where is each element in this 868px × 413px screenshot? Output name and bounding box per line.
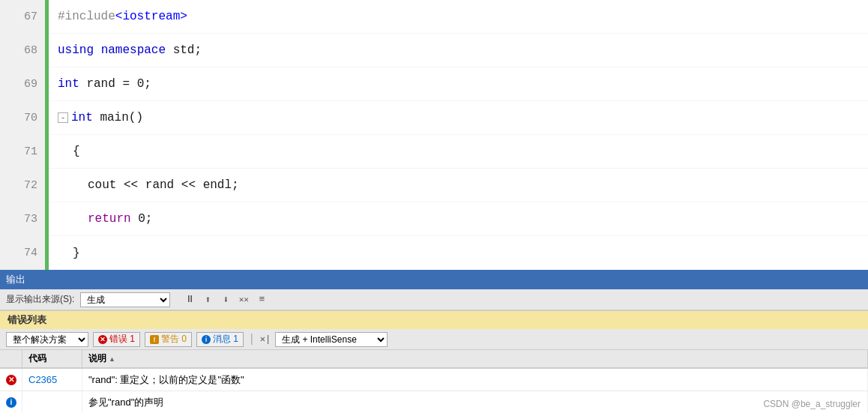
- code-int1: int: [58, 77, 79, 91]
- error-badge-label: 错误 1: [109, 333, 135, 346]
- th-code[interactable]: 代码: [22, 350, 82, 367]
- code-open-brace: {: [58, 145, 80, 158]
- show-output-label: 显示输出来源(S):: [6, 293, 74, 306]
- table-row[interactable]: i 参见"rand"的声明: [0, 391, 868, 413]
- output-header: 输出: [0, 270, 868, 289]
- error-badge[interactable]: ✕ 错误 1: [93, 332, 140, 347]
- table-row[interactable]: ✕ C2365 "rand": 重定义；以前的定义是"函数": [0, 369, 868, 391]
- scope-select[interactable]: 整个解决方案: [6, 332, 88, 347]
- line-num-74: 74: [0, 236, 45, 270]
- clear-icon[interactable]: ✕✕: [236, 292, 251, 307]
- code-using: using: [58, 43, 94, 57]
- error-list-title: 错误列表: [7, 313, 46, 327]
- code-main: main(): [93, 111, 143, 124]
- code-content: #include<iostream> using namespace std; …: [49, 0, 868, 270]
- line-num-67: 67: [0, 0, 45, 34]
- code-space2: [166, 43, 173, 57]
- output-title: 输出: [6, 273, 25, 286]
- sort-asc-icon: ▲: [109, 355, 115, 363]
- error-table: 代码 说明 ▲ ✕ C2365 "rand": 重定义；以前的定义是"函数": [0, 350, 868, 413]
- line-numbers: 67 68 69 70 71 72 73 74: [0, 0, 45, 270]
- code-include-hash: #include: [58, 10, 115, 23]
- csdn-watermark: CSDN @be_a_struggler: [763, 399, 861, 409]
- error-filter-bar: 整个解决方案 ✕ 错误 1 ! 警告 0 i 消息 1 | ✕| 生成 + In…: [0, 329, 868, 350]
- code-editor: 67 68 69 70 71 72 73 74 #include<iostrea…: [0, 0, 868, 270]
- code-cout: cout <<: [58, 178, 145, 192]
- code-close-brace: }: [58, 247, 80, 260]
- th-code-label: 代码: [28, 352, 46, 365]
- output-panel: 输出 显示输出来源(S): 生成 ⏸ ⬆ ⬇ ✕✕ ≡ 错误列表 整个解决方案 …: [0, 270, 868, 413]
- code-line-72: cout << rand << endl;: [49, 169, 868, 202]
- line-num-71: 71: [0, 135, 45, 169]
- code-namespace: namespace: [101, 43, 166, 57]
- line-num-72: 72: [0, 169, 45, 202]
- code-space1: [94, 43, 101, 57]
- info-desc-2: 参见"rand"的声明: [88, 396, 163, 409]
- table-header: 代码 说明 ▲: [0, 350, 868, 369]
- warning-badge-label: 警告 0: [161, 333, 187, 346]
- error-badge-icon: ✕: [98, 335, 107, 344]
- output-source-select[interactable]: 生成: [80, 292, 170, 307]
- output-toolbar: 显示输出来源(S): 生成 ⏸ ⬆ ⬇ ✕✕ ≡: [0, 289, 868, 310]
- pause-icon[interactable]: ⏸: [182, 292, 197, 307]
- code-zero: 0;: [131, 212, 153, 226]
- error-list-header: 错误列表: [0, 311, 868, 329]
- info-badge[interactable]: i 消息 1: [196, 332, 244, 347]
- th-icon: [0, 350, 22, 367]
- error-list-panel: 错误列表 整个解决方案 ✕ 错误 1 ! 警告 0 i 消息 1 | ✕| 生: [0, 310, 868, 413]
- line-num-73: 73: [0, 202, 45, 236]
- td-desc-2: 参见"rand"的声明: [82, 391, 868, 413]
- info-badge-icon: i: [202, 335, 211, 344]
- toolbar-icons: ⏸ ⬆ ⬇ ✕✕ ≡: [182, 292, 269, 307]
- filter-icon[interactable]: ✕|: [260, 334, 271, 345]
- error-code-1: C2365: [28, 374, 57, 385]
- collapse-icon-70[interactable]: -: [58, 112, 68, 123]
- error-icon-red: ✕: [6, 375, 16, 385]
- error-desc-1: "rand": 重定义；以前的定义是"函数": [88, 373, 244, 387]
- warning-badge[interactable]: ! 警告 0: [145, 332, 192, 347]
- info-badge-label: 消息 1: [213, 333, 238, 346]
- code-line-70: -int main(): [49, 101, 868, 135]
- info-icon-blue: i: [6, 397, 16, 408]
- code-std: std;: [173, 43, 202, 57]
- code-line-71: {: [49, 135, 868, 169]
- td-info-icon-2: i: [0, 391, 22, 413]
- td-error-icon-1: ✕: [0, 369, 22, 391]
- code-line-68: using namespace std;: [49, 34, 868, 67]
- code-return: return: [58, 212, 131, 226]
- th-desc[interactable]: 说明 ▲: [82, 350, 868, 367]
- code-line-69: int rand = 0;: [49, 67, 868, 101]
- th-desc-label: 说明: [88, 352, 106, 365]
- code-endl: << endl;: [174, 178, 238, 192]
- up-icon[interactable]: ⬆: [200, 292, 215, 307]
- code-line-67: #include<iostream>: [49, 0, 868, 34]
- td-code-1[interactable]: C2365: [22, 369, 82, 391]
- code-rand2: rand: [145, 178, 174, 192]
- intellisense-select[interactable]: 生成 + IntelliSense: [275, 332, 388, 347]
- line-num-68: 68: [0, 34, 45, 67]
- code-rand: rand = 0;: [79, 77, 151, 91]
- code-line-73: return 0;: [49, 202, 868, 236]
- code-int2: int: [71, 111, 93, 124]
- code-line-74: }: [49, 236, 868, 270]
- td-desc-1: "rand": 重定义；以前的定义是"函数": [82, 369, 868, 391]
- line-num-69: 69: [0, 67, 45, 101]
- line-num-70: 70: [0, 101, 45, 135]
- wrap-icon[interactable]: ≡: [254, 292, 269, 307]
- down-icon[interactable]: ⬇: [218, 292, 233, 307]
- filter-divider: |: [248, 333, 256, 346]
- warning-badge-icon: !: [150, 335, 159, 344]
- td-code-2: [22, 391, 82, 413]
- code-include-lib: <iostream>: [115, 10, 187, 23]
